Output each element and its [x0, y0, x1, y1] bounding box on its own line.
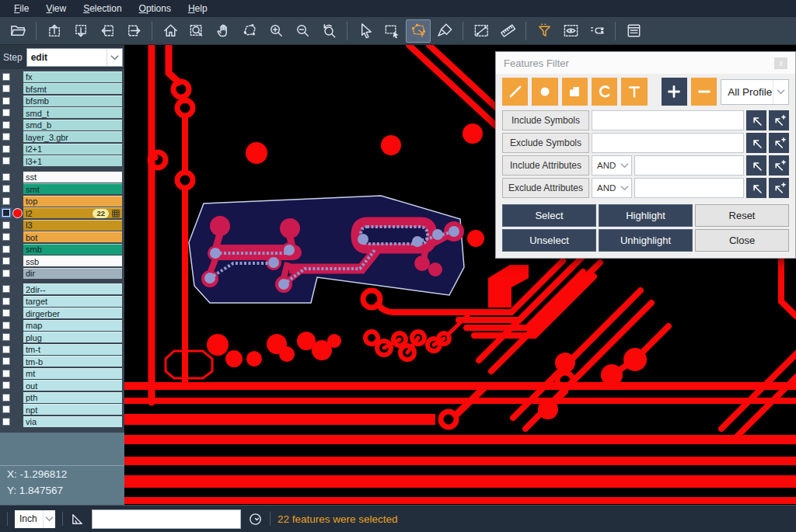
pad-feature-button[interactable]: [532, 78, 557, 106]
include-attributes-input[interactable]: [634, 155, 744, 176]
paint-brush-button[interactable]: [432, 19, 457, 43]
layer-name-smt[interactable]: smt: [23, 183, 122, 194]
exclude-attributes-pick-button[interactable]: [746, 178, 766, 198]
pan-up-button[interactable]: [42, 19, 67, 43]
exclude-symbols-input[interactable]: [592, 133, 744, 153]
layer-checkbox-npt[interactable]: [2, 405, 10, 413]
layer-checkbox-mt[interactable]: [2, 370, 10, 377]
exclude-attributes-logic-dropdown[interactable]: AND: [592, 178, 632, 198]
exclude-attributes-pick-add-button[interactable]: [769, 178, 789, 198]
select-pointer-button[interactable]: [353, 19, 378, 43]
layer-checkbox-bfsmt[interactable]: [2, 85, 10, 92]
layer-checkbox-l2-1[interactable]: [2, 145, 10, 153]
layer-checkbox-dir[interactable]: [2, 269, 10, 277]
layer-name-bfsmb[interactable]: bfsmb: [23, 96, 122, 106]
layer-name-l2-1[interactable]: l2+1: [23, 144, 122, 155]
layer-checkbox-out[interactable]: [2, 381, 10, 389]
layer-checkbox-bot[interactable]: [2, 233, 10, 241]
pan-hand-button[interactable]: [211, 19, 236, 43]
layer-checkbox-bfsmb[interactable]: [2, 97, 10, 105]
snap-button[interactable]: [585, 19, 609, 43]
layer-checkbox-smd-t[interactable]: [2, 109, 10, 116]
line-feature-button[interactable]: [502, 78, 528, 106]
layers-panel-button[interactable]: [621, 19, 646, 43]
command-input[interactable]: [92, 509, 241, 529]
layer-checkbox-plug[interactable]: [2, 333, 10, 341]
layer-checkbox-tm-b[interactable]: [2, 357, 10, 365]
layer-checkbox-smd-b[interactable]: [2, 121, 10, 129]
measure-button[interactable]: [469, 19, 494, 43]
layer-checkbox-dirgerber[interactable]: [2, 309, 10, 317]
layer-checkbox-pth[interactable]: [2, 394, 10, 402]
zoom-in-button[interactable]: [264, 19, 288, 43]
surface-feature-button[interactable]: [562, 78, 588, 106]
reset-button[interactable]: Reset: [695, 204, 789, 227]
unhighlight-button[interactable]: Unhighlight: [599, 229, 693, 252]
layer-checkbox-sst[interactable]: [2, 173, 10, 181]
select-polygon-button[interactable]: [406, 19, 431, 43]
layer-name-l3-1[interactable]: l3+1: [23, 155, 122, 166]
layer-checkbox-via[interactable]: [2, 418, 10, 426]
layer-name-l3[interactable]: l3: [23, 220, 122, 231]
layer-name-out[interactable]: out: [23, 380, 122, 391]
zoom-home-button[interactable]: [158, 19, 183, 43]
layer-checkbox-fx[interactable]: [2, 73, 10, 81]
layer-name-l2[interactable]: l222: [23, 207, 122, 218]
layer-checkbox-layer-3-gbr[interactable]: [2, 133, 10, 141]
layer-checkbox-smt[interactable]: [2, 185, 10, 193]
layer-checkbox-l3-1[interactable]: [2, 157, 10, 165]
exclude-attributes-button[interactable]: Exclude Attributes: [502, 178, 589, 198]
layer-name-top[interactable]: top: [23, 196, 122, 207]
layer-name-layer-3-gbr[interactable]: layer_3.gbr: [23, 131, 122, 142]
layer-checkbox-smb[interactable]: [2, 245, 10, 253]
layer-name-bot[interactable]: bot: [23, 231, 122, 242]
exclude-attributes-input[interactable]: [634, 178, 744, 198]
layer-checkbox-tm-t[interactable]: [2, 346, 10, 353]
close-button[interactable]: Close: [695, 229, 789, 252]
layer-name-target[interactable]: target: [23, 296, 122, 307]
layer-name-ssb[interactable]: ssb: [23, 256, 122, 266]
layer-name-smd-b[interactable]: smd_b: [23, 120, 122, 130]
menu-help[interactable]: Help: [180, 2, 215, 16]
zoom-previous-button[interactable]: [316, 19, 341, 43]
pcb-canvas[interactable]: Features Filter x All Profile Include Sy…: [124, 45, 796, 505]
layer-name-plug[interactable]: plug: [23, 332, 122, 342]
unselect-button[interactable]: Unselect: [502, 229, 596, 252]
layer-name-pth[interactable]: pth: [23, 392, 122, 403]
pan-left-button[interactable]: [95, 19, 120, 43]
layer-name-smd-t[interactable]: smd_t: [23, 107, 122, 118]
features-filter-button[interactable]: [532, 19, 557, 43]
remove-filter-button[interactable]: [691, 78, 717, 106]
layer-checkbox-2dir-[interactable]: [2, 285, 10, 293]
corner-angle-icon[interactable]: [70, 512, 85, 527]
open-folder-button[interactable]: [5, 19, 30, 43]
layer-name-tm-b[interactable]: tm-b: [23, 356, 122, 367]
layer-checkbox-target[interactable]: [2, 297, 10, 305]
include-attributes-button[interactable]: Include Attributes: [502, 155, 589, 176]
layer-name-via[interactable]: via: [23, 416, 122, 427]
select-rectangle-button[interactable]: [379, 19, 404, 43]
layer-name-map[interactable]: map: [23, 320, 122, 331]
include-attributes-pick-add-button[interactable]: [769, 155, 789, 176]
menu-view[interactable]: View: [38, 2, 74, 16]
pan-right-button[interactable]: [121, 19, 146, 43]
include-symbols-pick-button[interactable]: [746, 110, 766, 130]
pan-down-button[interactable]: [68, 19, 93, 43]
arc-feature-button[interactable]: [592, 78, 617, 106]
view-options-button[interactable]: [558, 19, 583, 43]
refresh-icon[interactable]: [248, 512, 263, 527]
layer-name-mt[interactable]: mt: [23, 368, 122, 379]
layer-name-dirgerber[interactable]: dirgerber: [23, 308, 122, 318]
close-icon[interactable]: x: [774, 57, 787, 69]
text-feature-button[interactable]: [621, 78, 647, 106]
layer-checkbox-l2[interactable]: [2, 209, 10, 217]
highlight-button[interactable]: Highlight: [599, 204, 693, 227]
menu-selection[interactable]: Selection: [75, 2, 129, 16]
layer-checkbox-ssb[interactable]: [2, 257, 10, 265]
layer-name-sst[interactable]: sst: [23, 172, 122, 183]
layer-name-npt[interactable]: npt: [23, 404, 122, 415]
include-symbols-button[interactable]: Include Symbols: [502, 110, 589, 130]
include-attributes-logic-dropdown[interactable]: AND: [592, 155, 632, 176]
layer-name-dir[interactable]: dir: [23, 268, 122, 279]
add-filter-button[interactable]: [662, 78, 687, 106]
